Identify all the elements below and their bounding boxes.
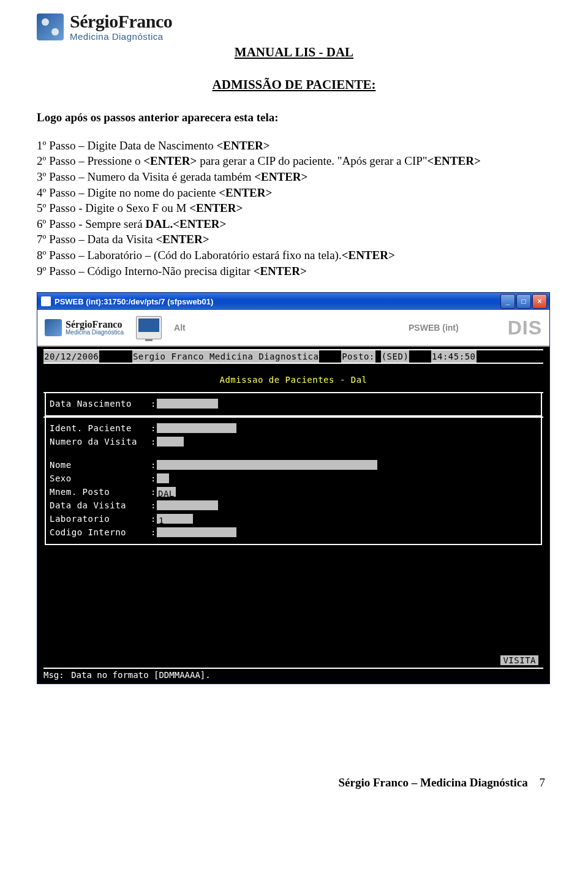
header-posto-label: Posto: bbox=[341, 350, 375, 363]
row-numero-visita: Numero da Visita : bbox=[50, 435, 537, 448]
logo-mark-icon bbox=[37, 13, 64, 40]
label-data-nascimento: Data Nascimento bbox=[50, 397, 151, 410]
step-8: 8º Passo – Laboratório – (Cód do Laborat… bbox=[37, 247, 551, 263]
header-posto-value: (SED) bbox=[381, 350, 410, 363]
step-9: 9º Passo – Código Interno-Não precisa di… bbox=[37, 263, 551, 279]
row-sexo: Sexo : bbox=[50, 472, 537, 485]
window-icon bbox=[41, 296, 51, 306]
step-4: 4º Passo – Digite no nome do paciente <E… bbox=[37, 185, 551, 201]
step-5: 5º Passo - Digite o Sexo F ou M <ENTER> bbox=[37, 200, 551, 216]
row-ident-paciente: Ident. Paciente : bbox=[50, 421, 537, 435]
step-3-text: 3º Passo – Numero da Visita é gerada tam… bbox=[37, 170, 254, 183]
logo-text-line1: SérgioFranco bbox=[70, 12, 172, 31]
row-codigo-interno: Codigo Interno : bbox=[50, 526, 537, 539]
row-nome: Nome : bbox=[50, 458, 537, 472]
step-7-enter: <ENTER> bbox=[156, 233, 209, 246]
steps-list: 1º Passo – Digite Data de Nascimento <EN… bbox=[37, 138, 551, 279]
input-data-nascimento[interactable] bbox=[157, 399, 218, 409]
label-mnem-posto: Mnem. Posto bbox=[50, 485, 151, 499]
step-1: 1º Passo – Digite Data de Nascimento <EN… bbox=[37, 138, 551, 154]
page-footer: Sérgio Franco – Medicina Diagnóstica 7 bbox=[37, 776, 551, 789]
step-1-enter: <ENTER> bbox=[216, 139, 270, 152]
maximize-button[interactable]: □ bbox=[516, 294, 531, 309]
input-data-visita[interactable] bbox=[157, 500, 218, 510]
toolbar-logo: SérgioFranco Medicina Diagnóstica bbox=[45, 319, 124, 336]
step-2-text1: 2º Passo – Pressione o bbox=[37, 154, 143, 167]
message-row: Msg: Data no formato [DDMMAAAA]. bbox=[37, 669, 549, 684]
minimize-button[interactable]: _ bbox=[500, 294, 515, 309]
intro-text: Logo após os passos anterior aparecera e… bbox=[37, 110, 551, 126]
close-button[interactable]: × bbox=[532, 294, 547, 309]
window-titlebar[interactable]: PSWEB (int):31750:/dev/pts/7 (sfpsweb01)… bbox=[37, 293, 549, 310]
brand-logo: SérgioFranco Medicina Diagnóstica bbox=[37, 12, 551, 41]
step-3: 3º Passo – Numero da Visita é gerada tam… bbox=[37, 169, 551, 185]
msg-label: Msg: bbox=[43, 670, 64, 680]
row-data-visita: Data da Visita : bbox=[50, 499, 537, 512]
footer-page-number: 7 bbox=[540, 776, 546, 789]
logo-text-line2: Medicina Diagnóstica bbox=[70, 32, 172, 41]
terminal-header-row: 20/12/2006 Sergio Franco Medicina Diagno… bbox=[43, 350, 543, 363]
tab-visita[interactable]: VISITA bbox=[500, 655, 538, 665]
step-3-enter: <ENTER> bbox=[254, 170, 307, 183]
header-org: Sergio Franco Medicina Diagnostica bbox=[132, 350, 320, 363]
step-6-enter: <ENTER> bbox=[173, 217, 226, 230]
input-sexo[interactable] bbox=[157, 473, 169, 483]
step-2-enter1: <ENTER> bbox=[143, 154, 197, 167]
label-numero-visita: Numero da Visita bbox=[50, 435, 151, 448]
step-4-text: 4º Passo – Digite no nome do paciente bbox=[37, 186, 219, 199]
toolbar-psweb-label: PSWEB (int) bbox=[409, 323, 459, 333]
input-nome[interactable] bbox=[157, 460, 377, 470]
step-9-text: 9º Passo – Código Interno-Não precisa di… bbox=[37, 265, 254, 277]
label-ident-paciente: Ident. Paciente bbox=[50, 421, 151, 435]
step-5-enter: <ENTER> bbox=[189, 202, 243, 214]
terminal-screen-title: Admissao de Pacientes - Dal bbox=[219, 374, 367, 386]
toolbar-alt-label: Alt bbox=[174, 323, 186, 333]
footer-text: Sérgio Franco – Medicina Diagnóstica bbox=[339, 776, 528, 789]
value-mnem-posto: DAL bbox=[157, 487, 176, 497]
input-laboratorio-extra[interactable] bbox=[166, 514, 193, 524]
step-2: 2º Passo – Pressione o <ENTER> para gera… bbox=[37, 153, 551, 169]
app-toolbar: SérgioFranco Medicina Diagnóstica Alt PS… bbox=[37, 310, 549, 347]
terminal-area: 20/12/2006 Sergio Franco Medicina Diagno… bbox=[37, 347, 549, 669]
step-8-enter: <ENTER> bbox=[342, 249, 395, 262]
label-data-visita: Data da Visita bbox=[50, 499, 151, 512]
input-ident-paciente[interactable] bbox=[157, 423, 236, 433]
frame2-top-border bbox=[43, 416, 543, 418]
app-window: PSWEB (int):31750:/dev/pts/7 (sfpsweb01)… bbox=[37, 292, 550, 684]
row-data-nascimento: Data Nascimento : bbox=[50, 397, 537, 410]
row-mnem-posto: Mnem. Posto : DAL bbox=[50, 485, 537, 499]
step-7: 7º Passo – Data da Visita <ENTER> bbox=[37, 232, 551, 247]
toolbar-dis-label: DIS bbox=[508, 317, 542, 339]
value-laboratorio: 1 bbox=[157, 514, 166, 524]
frame-paciente: Ident. Paciente : Numero da Visita : Nom… bbox=[45, 418, 542, 545]
row-laboratorio: Laboratorio : 1 bbox=[50, 512, 537, 526]
label-laboratorio: Laboratorio bbox=[50, 512, 151, 526]
section-title: ADMISSÃO DE PACIENTE: bbox=[37, 77, 551, 92]
step-7-text: 7º Passo – Data da Visita bbox=[37, 233, 156, 246]
frame-top-border bbox=[43, 392, 543, 393]
header-time: 14:45:50 bbox=[431, 350, 476, 363]
step-1-text: 1º Passo – Digite Data de Nascimento bbox=[37, 139, 216, 152]
header-date: 20/12/2006 bbox=[43, 350, 99, 363]
label-nome: Nome bbox=[50, 458, 151, 472]
step-2-enter2: <ENTER> bbox=[428, 154, 481, 167]
step-4-enter: <ENTER> bbox=[219, 186, 272, 199]
label-codigo-interno: Codigo Interno bbox=[50, 526, 151, 539]
step-6: 6º Passo - Sempre será DAL.<ENTER> bbox=[37, 216, 551, 232]
step-6-dal: DAL. bbox=[145, 217, 173, 230]
step-8-text: 8º Passo – Laboratório – (Cód do Laborat… bbox=[37, 249, 342, 262]
input-numero-visita[interactable] bbox=[157, 437, 184, 446]
frame-data-nascimento: Data Nascimento : bbox=[45, 393, 542, 416]
step-6-text: 6º Passo - Sempre será bbox=[37, 217, 145, 230]
msg-text: Data no formato [DDMMAAAA]. bbox=[69, 670, 213, 680]
toolbar-logo-icon bbox=[45, 319, 62, 336]
toolbar-logo-line1: SérgioFranco bbox=[66, 320, 124, 330]
monitor-icon bbox=[136, 316, 162, 339]
step-9-enter: <ENTER> bbox=[254, 265, 307, 277]
label-sexo: Sexo bbox=[50, 472, 151, 485]
document-title: MANUAL LIS - DAL bbox=[37, 45, 551, 60]
toolbar-logo-line2: Medicina Diagnóstica bbox=[66, 330, 124, 336]
input-codigo-interno[interactable] bbox=[157, 527, 236, 537]
step-2-text2: para gerar a CIP do paciente. "Após gera… bbox=[197, 154, 427, 167]
step-5-text: 5º Passo - Digite o Sexo F ou M bbox=[37, 202, 189, 214]
